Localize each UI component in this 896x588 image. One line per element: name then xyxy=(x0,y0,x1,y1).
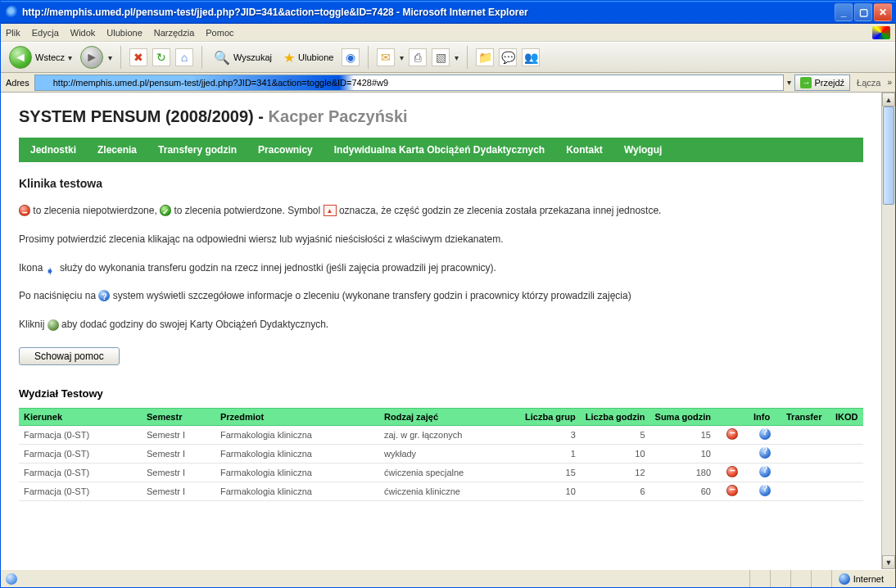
menu-ulubione[interactable]: Ulubione xyxy=(106,28,142,38)
unconfirmed-icon[interactable] xyxy=(726,428,738,440)
scroll-up-button[interactable]: ▲ xyxy=(882,93,895,106)
cell-status[interactable] xyxy=(716,482,749,501)
discuss-button[interactable]: 💬 xyxy=(499,48,517,66)
search-button[interactable]: 🔍 Wyszukaj xyxy=(210,48,275,67)
cell-info[interactable] xyxy=(749,482,781,501)
transfer-symbol-icon xyxy=(324,205,337,216)
status-cell xyxy=(770,570,784,587)
forward-button[interactable]: ► xyxy=(80,46,103,69)
nav-kontakt[interactable]: Kontakt xyxy=(566,144,603,156)
home-button[interactable]: ⌂ xyxy=(175,48,193,66)
stop-button[interactable]: ✖ xyxy=(129,48,147,66)
cell-grup: 3 xyxy=(520,425,581,444)
cell-suma: 10 xyxy=(650,444,716,463)
status-zone: Internet xyxy=(831,570,890,587)
cell-ikod[interactable] xyxy=(830,425,863,444)
chevron-right-icon[interactable]: » xyxy=(887,78,892,87)
scroll-track[interactable] xyxy=(882,106,895,555)
cell-info[interactable] xyxy=(749,425,781,444)
print-button[interactable]: ⎙ xyxy=(409,48,427,66)
cell-info[interactable] xyxy=(749,444,781,463)
unconfirmed-icon[interactable] xyxy=(726,485,738,496)
cell-rodzaj: ćwiczenia specjalne xyxy=(379,463,505,482)
nav-jednostki[interactable]: Jednostki xyxy=(30,144,76,156)
cell-transfer[interactable] xyxy=(781,444,830,463)
refresh-button[interactable]: ↻ xyxy=(152,48,170,66)
cell-przedmiot: Farmakologia kliniczna xyxy=(215,482,379,501)
info-icon[interactable] xyxy=(759,428,771,440)
edit-button[interactable]: ▧ xyxy=(432,48,450,66)
nav-ikod[interactable]: Indywidualna Karta Obciążeń Dydaktycznyc… xyxy=(334,144,545,156)
col-info: Info xyxy=(749,408,781,425)
info-icon[interactable] xyxy=(759,466,771,477)
help-l5b: aby dodać godziny do swojej Karty Obciąż… xyxy=(59,319,329,330)
nav-pracownicy[interactable]: Pracownicy xyxy=(258,144,313,156)
status-cell xyxy=(811,570,825,587)
vertical-scrollbar[interactable]: ▲ ▼ xyxy=(881,93,895,569)
unconfirmed-icon[interactable] xyxy=(726,466,738,477)
cell-ikod[interactable] xyxy=(830,463,863,482)
mail-button[interactable]: ✉ xyxy=(377,48,395,66)
menu-plik[interactable]: Plik xyxy=(6,28,20,38)
go-label: Przejdź xyxy=(814,78,844,88)
menu-narzedzia[interactable]: Narzędzia xyxy=(154,28,195,38)
media-button[interactable]: ◉ xyxy=(342,48,360,66)
folder-button[interactable]: 📁 xyxy=(476,48,494,66)
menu-edycja[interactable]: Edycja xyxy=(32,28,59,38)
cell-info[interactable] xyxy=(749,463,781,482)
windows-flag-icon xyxy=(872,26,890,39)
help-l1a: to zlecenia niepotwierdzone, xyxy=(30,205,160,216)
cell-kierunek: Farmacja (0-ST) xyxy=(19,444,142,463)
scroll-thumb[interactable] xyxy=(883,106,894,205)
table-row[interactable]: Farmacja (0-ST)Semestr IFarmakologia kli… xyxy=(19,425,863,444)
cell-godzin: 10 xyxy=(581,444,650,463)
chevron-down-icon[interactable]: ▾ xyxy=(108,53,112,62)
table-row[interactable]: Farmacja (0-ST)Semestr IFarmakologia kli… xyxy=(19,482,863,501)
cell-blank xyxy=(505,444,520,463)
table-row[interactable]: Farmacja (0-ST)Semestr IFarmakologia kli… xyxy=(19,444,863,463)
cell-status[interactable] xyxy=(716,463,749,482)
hide-help-button[interactable]: Schowaj pomoc xyxy=(19,347,120,365)
minimize-button[interactable]: _ xyxy=(835,3,853,21)
info-icon[interactable] xyxy=(759,447,771,459)
nav-transfery[interactable]: Transfery godzin xyxy=(158,144,237,156)
menu-widok[interactable]: Widok xyxy=(70,28,96,38)
address-input[interactable] xyxy=(34,75,785,91)
cell-status[interactable] xyxy=(716,425,749,444)
scroll-down-button[interactable]: ▼ xyxy=(882,555,895,569)
menu-pomoc[interactable]: Pomoc xyxy=(206,28,233,38)
col-kierunek: Kierunek xyxy=(19,408,142,425)
ie-icon xyxy=(6,6,19,19)
title-main: SYSTEM PENSUM (2008/2009) - xyxy=(19,107,269,125)
cell-semestr: Semestr I xyxy=(142,482,215,501)
table-header-row: Kierunek Semestr Przedmiot Rodzaj zajęć … xyxy=(19,408,863,425)
nav-zlecenia[interactable]: Zlecenia xyxy=(97,144,137,156)
maximize-button[interactable]: ▢ xyxy=(854,3,872,21)
cell-rodzaj: zaj. w gr. łączonych xyxy=(379,425,505,444)
cell-transfer[interactable] xyxy=(781,425,830,444)
favorites-button[interactable]: ★ Ulubione xyxy=(280,48,337,67)
address-bar: Adres ▾ → Przejdź Łącza » xyxy=(1,73,895,93)
links-label[interactable]: Łącza xyxy=(853,78,884,88)
chevron-down-icon[interactable]: ▾ xyxy=(455,53,459,62)
cell-przedmiot: Farmakologia kliniczna xyxy=(215,444,379,463)
window-title: http://memphis.umed.pl/pensum-test/jjed.… xyxy=(22,7,835,18)
go-button[interactable]: → Przejdź xyxy=(794,75,850,91)
cell-transfer[interactable] xyxy=(781,482,830,501)
cell-transfer[interactable] xyxy=(781,463,830,482)
cell-ikod[interactable] xyxy=(830,482,863,501)
col-semestr: Semestr xyxy=(142,408,215,425)
help-l5a: Kliknij xyxy=(19,319,48,330)
back-button[interactable]: ◄ Wstecz ▾ xyxy=(6,44,75,70)
nav-wyloguj[interactable]: Wyloguj xyxy=(624,144,662,156)
close-button[interactable]: ✕ xyxy=(874,3,892,21)
go-arrow-icon: → xyxy=(800,77,812,88)
messenger-button[interactable]: 👥 xyxy=(522,48,540,66)
cell-status[interactable] xyxy=(716,444,749,463)
info-icon[interactable] xyxy=(759,485,771,496)
cell-ikod[interactable] xyxy=(830,444,863,463)
chevron-down-icon[interactable]: ▾ xyxy=(787,78,791,87)
search-icon: 🔍 xyxy=(214,50,230,66)
chevron-down-icon[interactable]: ▾ xyxy=(400,53,404,62)
table-row[interactable]: Farmacja (0-ST)Semestr IFarmakologia kli… xyxy=(19,463,863,482)
